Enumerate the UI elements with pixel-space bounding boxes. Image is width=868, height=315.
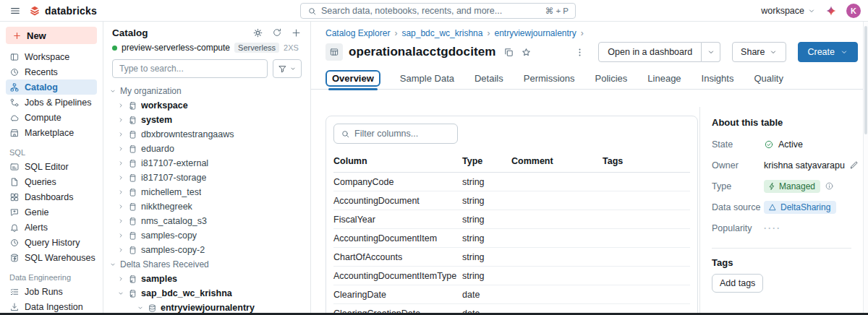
sidebar-item-recents[interactable]: Recents [6, 64, 97, 79]
breadcrumb-catalog-explorer[interactable]: Catalog Explorer [326, 28, 401, 38]
open-in-dashboard-button[interactable]: Open in a dashboard [598, 42, 702, 62]
chevron-down-icon[interactable] [109, 87, 116, 95]
chevron-right-icon[interactable] [117, 246, 124, 254]
chevron-right-icon[interactable] [117, 275, 124, 282]
delta-sharing-badge[interactable]: DeltaSharing [764, 201, 836, 214]
filter-columns-box[interactable] [333, 124, 458, 144]
table-icon [329, 47, 339, 57]
sidebar-item-jobs-pipelines[interactable]: Jobs & Pipelines [6, 95, 97, 110]
sidebar-item-job-runs[interactable]: Job Runs [6, 284, 97, 299]
tree-filter-button[interactable] [273, 59, 302, 78]
table-row[interactable]: CompanyCode string [333, 173, 690, 191]
table-row[interactable]: AccountingDocumentItem string [333, 229, 690, 248]
tree-item-eduardo[interactable]: eduardo [103, 142, 310, 156]
global-search[interactable]: ⌘ + P [300, 3, 576, 19]
chevron-right-icon[interactable] [117, 160, 124, 167]
chevron-right-icon[interactable] [117, 174, 124, 181]
chevron-right-icon[interactable] [117, 102, 124, 109]
plus-icon[interactable] [291, 27, 302, 38]
info-icon[interactable] [825, 181, 834, 191]
table-row[interactable]: AccountingDocumentItemType string [333, 267, 690, 285]
page-scrollbar-thumb[interactable] [864, 26, 867, 134]
sidebar-item-alerts[interactable]: Alerts [6, 220, 97, 235]
tree-item-i817107-external[interactable]: i817107-external [103, 156, 310, 171]
sidebar-item-dashboards[interactable]: Dashboards [6, 189, 97, 204]
sidebar-item-queries[interactable]: Queries [6, 174, 97, 189]
chevron-right-icon[interactable] [117, 116, 124, 124]
gear-icon[interactable] [252, 27, 263, 38]
compute-status[interactable]: preview-serverless-compute Serverless 2X… [103, 42, 310, 56]
copy-icon[interactable] [503, 47, 514, 58]
sidebar-item-genie[interactable]: Genie [6, 204, 97, 220]
chevron-down-icon [769, 48, 778, 56]
tree-item-nms-catalog-s3[interactable]: nms_catalog_s3 [103, 214, 310, 228]
chevron-right-icon[interactable] [117, 232, 124, 239]
tree-item-sap-bdc-wc-krishna[interactable]: sap_bdc_wc_krishna [103, 286, 310, 301]
tree-item-samples-copy-2[interactable]: samples-copy-2 [103, 243, 310, 257]
tab-details[interactable]: Details [474, 70, 504, 87]
tree-item-system[interactable]: system [103, 113, 310, 127]
breadcrumb-catalog[interactable]: sap_bdc_wc_krishna [401, 28, 494, 38]
chevron-right-icon[interactable] [117, 145, 124, 152]
tree-item-dbxbrowntestrangaaws[interactable]: dbxbrowntestrangaaws [103, 127, 310, 142]
kebab-menu-icon[interactable] [574, 47, 585, 58]
add-tags-button[interactable]: Add tags [712, 274, 763, 293]
chevron-down-icon[interactable] [117, 290, 124, 297]
tab-quality[interactable]: Quality [753, 70, 783, 87]
catalog-icon [128, 159, 137, 168]
sidebar-item-sql-warehouses[interactable]: SQL Warehouses [6, 250, 97, 265]
create-button[interactable]: Create [798, 42, 858, 62]
tree-search-input[interactable] [112, 59, 268, 78]
chevron-down-icon[interactable] [137, 304, 144, 311]
tree-item-samples-copy[interactable]: samples-copy [103, 228, 310, 243]
tree-item-nikkthegreek[interactable]: nikkthegreek [103, 199, 310, 214]
sidebar-item-workspace[interactable]: Workspace [6, 49, 97, 64]
table-row[interactable]: AccountingDocument string [333, 191, 690, 210]
tree-item-workspace[interactable]: workspace [103, 98, 310, 113]
chevron-right-icon[interactable] [117, 189, 124, 196]
tab-sample-data[interactable]: Sample Data [399, 70, 455, 87]
sidebar-item-compute[interactable]: Compute [6, 110, 97, 125]
sidebar-item-query-history[interactable]: Query History [6, 235, 97, 250]
tree-item-entryviewjournalentry[interactable]: entryviewjournalentry [103, 301, 310, 313]
tree-item-my-organization[interactable]: My organization [103, 84, 310, 98]
breadcrumb-schema[interactable]: entryviewjournalentry [494, 28, 587, 38]
tree-item-michellem-test[interactable]: michellem_test [103, 185, 310, 199]
serverless-badge: Serverless [234, 43, 279, 53]
tab-policies[interactable]: Policies [595, 70, 629, 87]
sidebar-item-catalog[interactable]: Catalog [6, 79, 97, 95]
refresh-icon[interactable] [272, 27, 282, 38]
chevron-right-icon[interactable] [117, 203, 124, 210]
avatar[interactable]: K [846, 4, 861, 18]
new-button[interactable]: New [6, 27, 97, 44]
tab-overview[interactable]: Overview [326, 70, 380, 87]
page-scrollbar[interactable] [863, 22, 868, 313]
assistant-sparkle-icon[interactable] [825, 5, 837, 17]
hamburger-menu-icon[interactable] [9, 5, 21, 17]
sidebar-item-data-ingestion[interactable]: Data Ingestion [6, 299, 97, 313]
global-search-input[interactable] [321, 6, 541, 16]
share-button[interactable]: Share [732, 42, 786, 62]
chevron-right-icon[interactable] [117, 217, 124, 225]
star-icon[interactable] [521, 47, 532, 58]
chevron-down-icon[interactable] [109, 261, 116, 268]
tab-insights[interactable]: Insights [701, 70, 735, 87]
tab-lineage[interactable]: Lineage [647, 70, 681, 87]
sidebar-item-sql-editor[interactable]: SQL Editor [6, 159, 97, 174]
chevron-right-icon[interactable] [117, 131, 124, 138]
pencil-icon[interactable] [849, 160, 859, 170]
tab-permissions[interactable]: Permissions [523, 70, 576, 87]
databricks-logo[interactable]: databricks [29, 5, 97, 17]
tree-item-samples[interactable]: samples [103, 272, 310, 286]
header-comment: Comment [511, 156, 603, 166]
table-row[interactable]: FiscalYear string [333, 210, 690, 229]
sidebar-item-marketplace[interactable]: Marketplace [6, 125, 97, 140]
tree-item-i817107-storage[interactable]: i817107-storage [103, 171, 310, 185]
workspace-switcher[interactable]: workspace [761, 6, 816, 16]
table-row[interactable]: ClearingDate date [333, 285, 690, 304]
tree-item-delta-shares-received[interactable]: Delta Shares Received [103, 257, 310, 272]
table-row[interactable]: ChartOfAccounts string [333, 248, 690, 267]
header-column: Column [333, 156, 462, 166]
open-in-dashboard-dropdown[interactable] [702, 42, 720, 62]
filter-columns-input[interactable] [354, 129, 451, 139]
